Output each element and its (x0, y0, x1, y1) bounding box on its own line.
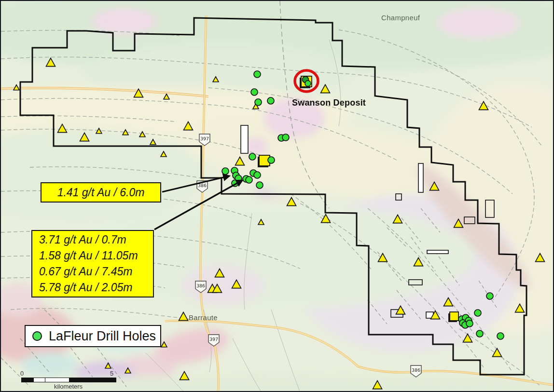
scale-bar: 0 5 kilometers (20, 370, 117, 390)
town-label-barraute: Barraute (189, 313, 218, 322)
drill-hole-legend-icon (32, 331, 42, 341)
town-label-champneuf: Champneuf (381, 14, 420, 22)
drill-hole-marker (256, 182, 263, 189)
geology-map: 397386386397386 Champneuf Barraute Swans… (0, 0, 554, 392)
swanson-drill-hole (305, 81, 311, 86)
drill-hole-marker (246, 176, 252, 183)
claim-rect (418, 163, 423, 192)
drill-hole-marker (497, 333, 504, 339)
assay-line: 1.41 g/t Au / 6.0m (57, 185, 145, 201)
drill-hole-marker (267, 97, 274, 104)
drill-hole-marker (268, 157, 275, 163)
drill-hole-marker (466, 320, 473, 327)
claim-rect (427, 250, 448, 254)
map-legend: LaFleur Drill Holes (25, 325, 161, 347)
assay-line: 5.78 g/t Au / 2.05m (39, 280, 146, 296)
drill-hole-marker (254, 71, 261, 78)
drill-hole-marker (249, 153, 256, 160)
scale-units-label: kilometers (20, 383, 116, 390)
scale-bar-graphic (21, 378, 116, 382)
drill-hole-marker (222, 168, 229, 175)
scale-end-label: 5 (110, 370, 113, 377)
drill-hole-marker (474, 310, 481, 316)
swanson-deposit-label: Swanson Deposit (292, 98, 366, 108)
drill-hole-marker (254, 172, 261, 178)
route-shield-number: 386 (196, 283, 205, 288)
drill-hole-marker (486, 293, 493, 299)
claim-rect (241, 125, 248, 153)
drill-hole-marker (282, 134, 289, 141)
assay-line: 0.67 g/t Au / 7.45m (39, 264, 146, 280)
assay-line: 3.71 g/t Au / 0.7m (39, 232, 146, 248)
assay-line: 1.58 g/t Au / 11.05m (39, 248, 146, 264)
drill-hole-marker (251, 89, 258, 95)
route-shield-number: 397 (209, 337, 218, 342)
scale-start-label: 0 (20, 370, 24, 377)
route-shield-number: 386 (412, 367, 420, 373)
drill-hole-marker (255, 99, 262, 106)
route-shield-number: 397 (200, 136, 209, 141)
legend-label: LaFleur Drill Holes (49, 329, 156, 344)
assay-callout-1: 1.41 g/t Au / 6.0m (41, 182, 161, 203)
assay-callout-2: 3.71 g/t Au / 0.7m 1.58 g/t Au / 11.05m … (31, 230, 154, 297)
drill-hole-marker (476, 330, 483, 337)
deposit-square-marker (450, 312, 458, 321)
